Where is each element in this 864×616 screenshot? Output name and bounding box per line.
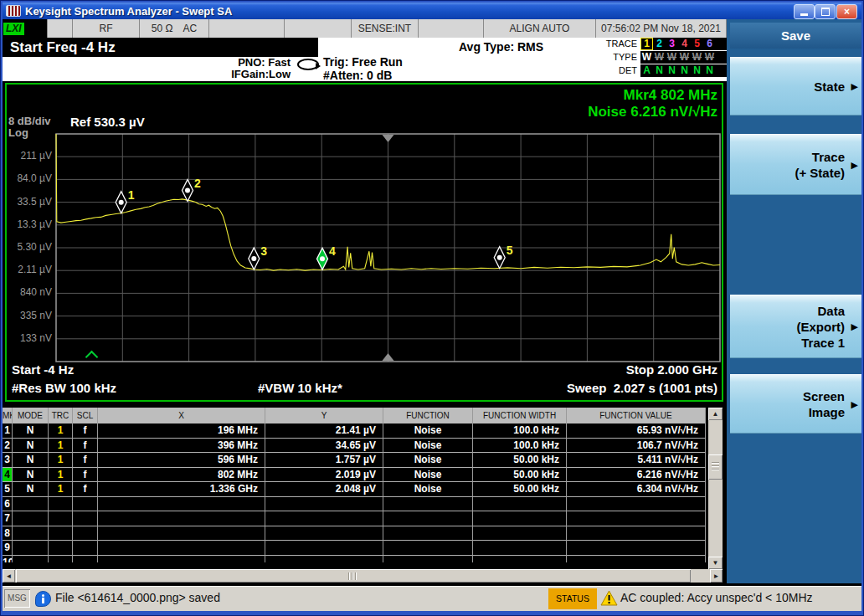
sweep-annotation: Sweep 2.027 s (1001 pts) — [567, 381, 717, 395]
msg-text: File <614614_0000.png> saved — [55, 591, 220, 604]
marker-2[interactable]: 2 — [183, 177, 202, 202]
table-row-10[interactable]: 10 — [3, 556, 706, 563]
table-cell: 50.00 kHz — [473, 468, 567, 483]
table-row-3[interactable]: 3N1f596 MHz1.757 µVNoise50.00 kHz5.411 n… — [3, 453, 706, 468]
table-cell — [473, 541, 567, 556]
trace-type-3: W — [666, 52, 678, 63]
trace-det-4: N — [678, 65, 691, 76]
status-cell-4 — [209, 19, 285, 38]
table-cell: N — [13, 439, 49, 454]
menu-button-line: Trace 1 — [730, 335, 861, 351]
h-thumb-grip — [348, 572, 358, 580]
trace-number-1[interactable]: 1 — [640, 38, 653, 50]
graph-plot-svg[interactable]: 12345 — [7, 85, 722, 400]
table-cell: 2.048 µV — [265, 482, 383, 497]
ref-level-label: Ref 530.3 µV — [70, 115, 145, 129]
table-cell — [13, 511, 49, 526]
table-cell — [567, 556, 706, 563]
svg-text:3: 3 — [260, 244, 267, 258]
svg-text:1: 1 — [128, 188, 135, 202]
scroll-left-button[interactable]: ◄ — [3, 569, 15, 583]
v-scroll-thumb[interactable] — [708, 454, 723, 480]
table-cell: N — [13, 424, 49, 439]
status-cell-8: ALIGN AUTO — [484, 19, 596, 38]
status-cell-9: 07:56:02 PM Nov 18, 2021 — [596, 19, 727, 38]
y-axis-label: 840 nV — [7, 286, 52, 298]
minimize-icon — [800, 13, 808, 16]
close-button[interactable]: × — [836, 4, 857, 19]
table-row-9[interactable]: 9 — [3, 541, 706, 556]
table-row-6[interactable]: 6 — [3, 497, 706, 512]
table-cell: 1.336 GHz — [98, 482, 265, 497]
table-cell — [98, 541, 265, 556]
table-cell: 1 — [49, 439, 73, 454]
table-cell: 3 — [3, 453, 13, 468]
table-cell: 50.00 kHz — [473, 482, 567, 497]
table-cell: f — [73, 453, 98, 468]
log-label: Log — [8, 126, 28, 139]
table-cell: Noise — [383, 439, 473, 454]
minimize-button[interactable] — [794, 4, 815, 19]
status-cell-1 — [48, 19, 73, 38]
table-cell: 5 — [3, 482, 13, 497]
restore-icon — [821, 8, 830, 16]
trace-number-5[interactable]: 5 — [691, 38, 703, 49]
v-scrollbar[interactable]: ▲ ▼ — [708, 408, 723, 569]
trace-number-4[interactable]: 4 — [678, 38, 691, 49]
trace-number-3[interactable]: 3 — [666, 38, 678, 49]
table-row-8[interactable]: 8 — [3, 526, 706, 542]
table-cell — [13, 497, 49, 512]
trace-number-2[interactable]: 2 — [653, 38, 666, 49]
table-cell: Noise — [383, 482, 473, 497]
marker-table: MKRMODETRCSCLXYFUNCTIONFUNCTION WIDTHFUN… — [3, 408, 706, 562]
table-row-2[interactable]: 2N1f396 MHz34.65 µVNoise100.0 kHz106.7 n… — [3, 439, 706, 454]
table-header-cell: Y — [265, 408, 383, 424]
menu-button-trace[interactable]: Trace(+ State)▶ — [730, 134, 861, 195]
trace-type-5: W — [691, 52, 703, 63]
table-row-4[interactable]: 4N1f802 MHz2.019 µVNoise50.00 kHz6.216 n… — [3, 468, 706, 483]
table-row-5[interactable]: 5N1f1.336 GHz2.048 µVNoise50.00 kHz6.304… — [3, 482, 706, 497]
table-cell: 396 MHz — [98, 439, 265, 454]
table-cell: 65.93 nV/√Hz — [567, 424, 706, 439]
table-cell — [49, 526, 73, 542]
menu-button-line: Image — [730, 404, 861, 420]
legend-type-label: TYPE — [580, 52, 637, 62]
continuous-sweep-icon — [297, 59, 319, 70]
graph-panel: 12345 Mkr4 802 MHz Noise 6.216 nV/√Hz 8 … — [5, 83, 723, 402]
status-cell-5 — [285, 19, 352, 38]
table-cell: 1 — [49, 424, 73, 439]
trace-number-6[interactable]: 6 — [703, 38, 716, 49]
status-text: AC coupled: Accy unspec'd < 10MHz — [620, 591, 813, 604]
table-cell: f — [73, 424, 98, 439]
legend-det-label: DET — [580, 65, 637, 75]
marker-4[interactable]: 4 — [316, 244, 336, 270]
trace-det-1: A — [640, 65, 653, 76]
table-cell: 106.7 nV/√Hz — [567, 439, 706, 454]
menu-button-line: Data — [730, 303, 861, 319]
table-cell: f — [73, 482, 98, 497]
y-axis-label: 5.30 µV — [7, 241, 52, 253]
table-cell — [383, 541, 473, 556]
menu-button-data-export[interactable]: Data(Export)Trace 1▶ — [730, 295, 861, 358]
marker-1[interactable]: 1 — [116, 188, 135, 213]
menu-button-line: State — [730, 79, 861, 95]
menu-button-screen-image[interactable]: ScreenImage▶ — [730, 374, 861, 434]
scroll-down-button[interactable]: ▼ — [708, 557, 723, 569]
vbw-annotation: #VBW 10 kHz* — [258, 381, 342, 395]
table-cell: 8 — [3, 526, 13, 542]
warning-icon — [600, 590, 618, 609]
trace-det-6: N — [703, 65, 716, 76]
trace-det-2: N — [653, 65, 666, 76]
table-cell: 50.00 kHz — [473, 453, 567, 468]
legend-trace-values[interactable]: 123456 — [640, 38, 727, 50]
menu-button-state[interactable]: State▶ — [730, 57, 861, 116]
table-row-7[interactable]: 7 — [3, 511, 706, 526]
scroll-right-button[interactable]: ► — [710, 569, 723, 583]
h-scroll-thumb[interactable] — [16, 569, 691, 583]
restore-button[interactable] — [815, 4, 836, 19]
marker-5[interactable]: 5 — [494, 244, 513, 269]
trace-det-5: N — [691, 65, 703, 76]
scroll-up-button[interactable]: ▲ — [708, 408, 723, 420]
h-scrollbar[interactable]: ◄ ► — [3, 569, 723, 583]
table-row-1[interactable]: 1N1f196 MHz21.41 µVNoise100.0 kHz65.93 n… — [3, 424, 706, 439]
